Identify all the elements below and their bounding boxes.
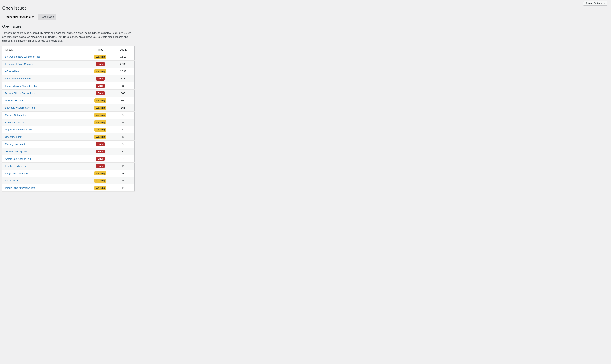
type-cell: Warning [89,184,112,192]
error-badge: Error [96,164,105,168]
error-badge: Error [96,62,105,66]
error-badge: Error [96,84,105,88]
table-row: Image Animated GIFWarning18 [2,170,134,177]
col-header-type: Type [89,46,112,53]
count-cell: 1,693 [112,68,134,75]
count-cell: 18 [112,162,134,170]
check-link[interactable]: Incorrect Heading Order [5,77,31,80]
count-cell: 21 [112,155,134,163]
warning-badge: Warning [94,55,106,59]
type-cell: Warning [89,97,112,104]
check-link[interactable]: A Video is Present [5,121,25,124]
check-link[interactable]: Low-quality Alternative Text [5,106,35,109]
count-cell: 16 [112,177,134,184]
count-cell: 671 [112,75,134,82]
type-cell: Warning [89,53,112,60]
check-link[interactable]: Missing Transcript [5,143,25,145]
warning-badge: Warning [94,120,106,124]
type-cell: Error [89,75,112,82]
count-cell: 14 [112,184,134,192]
check-link[interactable]: Link to PDF [5,179,18,182]
check-link[interactable]: ARIA hidden [5,70,19,73]
col-header-check: Check [2,46,89,53]
error-badge: Error [96,91,105,95]
warning-badge: Warning [94,135,106,139]
warning-badge: Warning [94,171,106,175]
table-row: Incorrect Heading OrderError671 [2,75,134,82]
type-cell: Warning [89,177,112,184]
error-badge: Error [96,142,105,146]
count-cell: 2,030 [112,60,134,68]
warning-badge: Warning [94,113,106,117]
type-cell: Error [89,148,112,155]
issues-table: Check Type Count Link Opens New Window o… [2,46,134,192]
warning-badge: Warning [94,106,106,110]
check-link[interactable]: iFrame Missing Title [5,150,27,153]
table-row: Underlined TextWarning42 [2,133,134,141]
table-row: Broken Skip or Anchor LinkError386 [2,90,134,97]
count-cell: 79 [112,119,134,126]
check-link[interactable]: Insufficient Color Contrast [5,63,33,65]
type-cell: Error [89,60,112,68]
table-row: Insufficient Color ContrastError2,030 [2,60,134,68]
caret-down-icon: ▼ [603,2,605,4]
check-link[interactable]: Image Long Alternative Text [5,186,35,189]
type-cell: Warning [89,104,112,112]
check-link[interactable]: Missing Subheadings [5,114,28,117]
count-cell: 37 [112,141,134,148]
intro-text: To view a list of site-wide accessibilit… [2,31,134,42]
type-cell: Warning [89,133,112,141]
warning-badge: Warning [94,186,106,190]
check-link[interactable]: Image Missing Alternative Text [5,85,38,87]
section-title: Open Issues [2,25,603,28]
check-link[interactable]: Link Opens New Window or Tab [5,55,40,58]
screen-options-label: Screen Options [585,2,602,5]
count-cell: 532 [112,82,134,90]
type-cell: Error [89,162,112,170]
count-cell: 360 [112,97,134,104]
table-row: Link to PDFWarning16 [2,177,134,184]
error-badge: Error [96,157,105,161]
check-link[interactable]: Possible Heading [5,99,24,102]
count-cell: 42 [112,126,134,133]
table-row: Ambiguous Anchor TextError21 [2,155,134,163]
table-row: Low-quality Alternative TextWarning166 [2,104,134,112]
check-link[interactable]: Image Animated GIF [5,172,27,175]
col-header-count: Count [112,46,134,53]
table-row: Missing SubheadingsWarning97 [2,111,134,119]
table-row: Empty Heading TagError18 [2,162,134,170]
error-badge: Error [96,77,105,81]
page-title: Open Issues [2,4,603,12]
type-cell: Error [89,90,112,97]
tab-individual-open-issues[interactable]: Individual Open Issues [3,14,37,21]
warning-badge: Warning [94,69,106,73]
check-link[interactable]: Broken Skip or Anchor Link [5,92,35,95]
warning-badge: Warning [94,128,106,132]
check-link[interactable]: Ambiguous Anchor Text [5,157,31,160]
table-row: Image Missing Alternative TextError532 [2,82,134,90]
check-link[interactable]: Duplicate Alternative Text [5,128,33,131]
type-cell: Error [89,141,112,148]
table-row: ARIA hiddenWarning1,693 [2,68,134,75]
check-link[interactable]: Underlined Text [5,136,22,138]
tab-label: Individual Open Issues [6,15,34,18]
check-link[interactable]: Empty Heading Tag [5,165,27,168]
type-cell: Warning [89,68,112,75]
warning-badge: Warning [94,98,106,103]
count-cell: 42 [112,133,134,141]
tab-fast-track[interactable]: Fast Track [38,14,56,20]
type-cell: Error [89,82,112,90]
tab-bar: Individual Open IssuesFast Track [2,12,603,21]
type-cell: Error [89,155,112,163]
table-header-row: Check Type Count [2,46,134,53]
table-row: A Video is PresentWarning79 [2,119,134,126]
type-cell: Warning [89,111,112,119]
count-cell: 166 [112,104,134,112]
count-cell: 27 [112,148,134,155]
type-cell: Warning [89,126,112,133]
table-row: Missing TranscriptError37 [2,141,134,148]
table-row: iFrame Missing TitleError27 [2,148,134,155]
screen-options-button[interactable]: Screen Options ▼ [583,1,607,6]
count-cell: 386 [112,90,134,97]
count-cell: 18 [112,170,134,177]
